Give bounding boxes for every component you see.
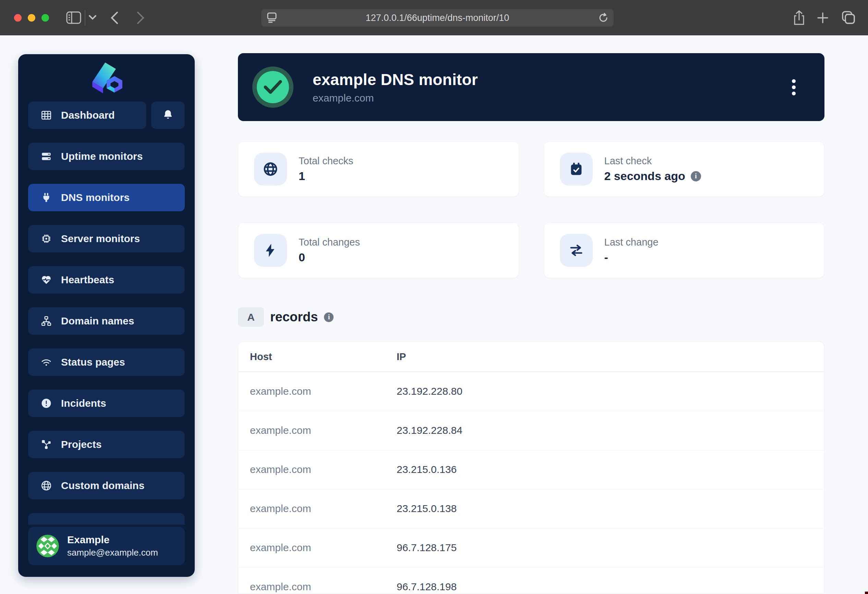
- sidebar-item-status-pages[interactable]: Status pages: [28, 349, 185, 376]
- sidebar-item-label: Heartbeats: [61, 274, 114, 286]
- table-row: example.com 23.215.0.138: [238, 489, 824, 528]
- ip-cell: 96.7.128.198: [385, 567, 824, 594]
- app-page: Dashboard: [0, 35, 868, 594]
- table-row: example.com 96.7.128.175: [238, 528, 824, 567]
- chip-icon: [40, 233, 52, 245]
- sidebar-item-label: Domain names: [61, 315, 134, 327]
- avatar: [36, 535, 59, 557]
- kebab-menu-button[interactable]: [787, 75, 800, 99]
- table-row: example.com 23.192.228.84: [238, 411, 824, 450]
- main-content: example DNS monitor example.com: [238, 35, 824, 594]
- ip-cell: 23.192.228.84: [385, 411, 824, 450]
- user-name: Example: [67, 534, 158, 546]
- new-tab-icon[interactable]: [816, 12, 829, 24]
- app-logo-icon: [88, 60, 125, 94]
- sidebar-item-custom-domains[interactable]: Custom domains: [28, 472, 185, 499]
- stat-value: -: [604, 251, 608, 264]
- sidebar-item-uptime-monitors[interactable]: Uptime monitors: [28, 143, 185, 170]
- records-title: records: [270, 310, 318, 324]
- host-cell: example.com: [238, 528, 385, 567]
- stat-label: Total checks: [298, 155, 353, 167]
- toolbar-divider: [85, 10, 86, 25]
- sidebar-nav: Dashboard: [28, 102, 185, 499]
- stat-card-last-change: Last change -: [544, 223, 825, 278]
- monitor-hostname: example.com: [313, 92, 478, 104]
- ip-cell: 23.215.0.138: [385, 489, 824, 528]
- sidebar-item-domain-names[interactable]: Domain names: [28, 307, 185, 335]
- sitemap-icon: [40, 315, 52, 327]
- sidebar-toggle-icon[interactable]: [66, 11, 81, 24]
- records-table: Host IP example.com 23.192.228.80 exampl…: [238, 341, 824, 594]
- stat-value: 1: [298, 169, 305, 183]
- share-icon[interactable]: [793, 10, 805, 26]
- sidebar-item-label: Custom domains: [61, 480, 144, 492]
- sidebar-item-dashboard[interactable]: Dashboard: [28, 102, 146, 129]
- stat-card-last-check: Last check 2 seconds ago i: [544, 141, 825, 197]
- address-bar[interactable]: 127.0.0.1/66uptime/dns-monitor/10: [261, 9, 614, 27]
- stat-card-total-checks: Total checks 1: [238, 141, 519, 197]
- table-row: example.com 23.215.0.136: [238, 450, 824, 489]
- host-cell: example.com: [238, 450, 385, 489]
- zoom-window-button[interactable]: [41, 14, 49, 22]
- stat-label: Last change: [604, 236, 658, 248]
- host-cell: example.com: [238, 411, 385, 450]
- column-header-ip: IP: [385, 341, 824, 372]
- sidebar-item-partial[interactable]: [28, 513, 185, 525]
- stat-value: 0: [298, 251, 305, 264]
- chevron-down-icon[interactable]: [89, 15, 97, 20]
- globe-icon: [254, 153, 287, 186]
- sidebar-item-label: Uptime monitors: [61, 151, 143, 162]
- sidebar-item-server-monitors[interactable]: Server monitors: [28, 225, 185, 253]
- sidebar-item-label: DNS monitors: [61, 192, 130, 203]
- monitor-header-card: example DNS monitor example.com: [238, 53, 824, 121]
- status-up-icon: [252, 66, 294, 108]
- host-cell: example.com: [238, 567, 385, 594]
- plug-icon: [40, 192, 52, 203]
- traffic-lights: [14, 14, 49, 22]
- records-section-header: A records i: [238, 307, 334, 327]
- column-header-host: Host: [238, 341, 385, 372]
- user-profile[interactable]: Example sample@example.com: [28, 527, 185, 565]
- reader-mode-icon[interactable]: [267, 12, 277, 26]
- alert-icon: [40, 397, 52, 409]
- reload-icon[interactable]: [599, 13, 608, 25]
- stat-label: Last check: [604, 155, 701, 167]
- wifi-icon: [40, 356, 52, 368]
- notifications-button[interactable]: [151, 102, 185, 129]
- sidebar-item-label: Projects: [61, 439, 102, 450]
- back-button-icon[interactable]: [111, 11, 119, 24]
- screen: 127.0.0.1/66uptime/dns-monitor/10: [0, 0, 868, 594]
- ip-cell: 23.192.228.80: [385, 372, 824, 411]
- ip-cell: 96.7.128.175: [385, 528, 824, 567]
- info-icon[interactable]: i: [324, 312, 334, 322]
- info-icon[interactable]: i: [691, 171, 701, 182]
- heart-pulse-icon: [40, 274, 52, 286]
- grid-icon: [40, 109, 52, 121]
- host-cell: example.com: [238, 489, 385, 528]
- sidebar-item-projects[interactable]: Projects: [28, 431, 185, 458]
- page-title: example DNS monitor: [313, 70, 478, 89]
- host-cell: example.com: [238, 372, 385, 411]
- sidebar-item-heartbeats[interactable]: Heartbeats: [28, 266, 185, 294]
- sidebar-item-label: Incidents: [61, 397, 106, 409]
- sidebar: Dashboard: [18, 54, 195, 577]
- forward-button-icon[interactable]: [136, 11, 145, 24]
- user-email: sample@example.com: [67, 547, 158, 558]
- sidebar-item-dns-monitors[interactable]: DNS monitors: [28, 184, 185, 211]
- globe-icon: [40, 480, 52, 492]
- sidebar-item-incidents[interactable]: Incidents: [28, 390, 185, 417]
- sidebar-item-label: Status pages: [61, 356, 125, 368]
- table-row: example.com 96.7.128.198: [238, 567, 824, 594]
- records-table-card: Host IP example.com 23.192.228.80 exampl…: [238, 341, 824, 594]
- minimize-window-button[interactable]: [28, 14, 35, 22]
- arrows-right-left-icon: [560, 234, 593, 267]
- server-icon: [40, 151, 52, 162]
- stats-grid: Total checks 1 Last check: [238, 141, 824, 278]
- stat-value: 2 seconds ago: [604, 169, 685, 183]
- screen-corner-artifact: [865, 592, 868, 594]
- close-window-button[interactable]: [14, 14, 22, 22]
- tabs-overview-icon[interactable]: [841, 10, 856, 25]
- stat-label: Total changes: [298, 236, 360, 248]
- sidebar-item-label: Dashboard: [61, 109, 115, 121]
- bell-icon: [162, 109, 174, 122]
